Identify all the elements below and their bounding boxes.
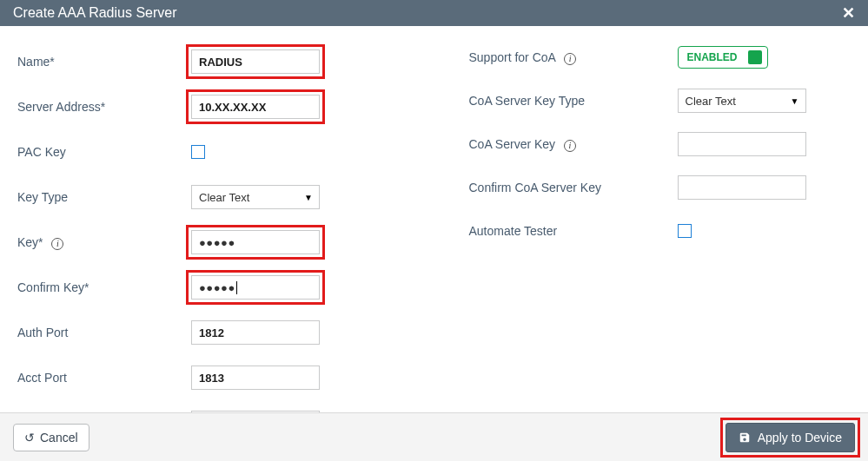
coa-key-input[interactable] <box>678 132 806 156</box>
highlight-name <box>191 49 320 74</box>
left-column: Name* Server Address* PAC Key Key Type C… <box>17 43 400 461</box>
label-pac-key: PAC Key <box>17 145 191 159</box>
highlight-apply: Apply to Device <box>726 423 855 452</box>
cancel-label: Cancel <box>40 431 78 445</box>
apply-button[interactable]: Apply to Device <box>726 423 855 452</box>
modal-footer: ↺ Cancel Apply to Device <box>0 412 868 461</box>
right-column: Support for CoA i ENABLED CoA Server Key… <box>469 43 851 461</box>
row-key-type: Key Type Clear Text ▼ <box>17 179 400 215</box>
label-support-coa-text: Support for CoA <box>469 50 556 64</box>
info-icon[interactable]: i <box>564 140 576 152</box>
row-support-coa: Support for CoA i ENABLED <box>469 43 851 71</box>
info-icon[interactable]: i <box>564 53 576 65</box>
label-auth-port: Auth Port <box>17 326 191 339</box>
automate-tester-checkbox[interactable] <box>678 224 692 238</box>
highlight-server-address <box>191 95 320 119</box>
coa-key-type-select[interactable]: Clear Text ▼ <box>678 89 806 113</box>
row-auth-port: Auth Port <box>17 314 400 351</box>
modal-title: Create AAA Radius Server <box>13 5 177 21</box>
highlight-key: ●●●●● <box>191 230 320 254</box>
form-body: Name* Server Address* PAC Key Key Type C… <box>0 26 868 461</box>
info-icon[interactable]: i <box>51 238 63 250</box>
close-icon[interactable]: ✕ <box>842 3 855 23</box>
label-confirm-coa-key: Confirm CoA Server Key <box>469 181 678 194</box>
row-server-address: Server Address* <box>17 89 400 125</box>
modal-header: Create AAA Radius Server ✕ <box>0 0 868 26</box>
label-key-type: Key Type <box>17 190 191 204</box>
row-coa-key: CoA Server Key i <box>469 130 851 158</box>
save-icon <box>739 431 751 444</box>
confirm-key-input[interactable]: ●●●●● <box>191 275 320 300</box>
cancel-button[interactable]: ↺ Cancel <box>13 424 89 451</box>
label-name: Name* <box>17 55 191 69</box>
pac-key-checkbox[interactable] <box>191 145 205 159</box>
toggle-state: ENABLED <box>687 51 738 63</box>
row-acct-port: Acct Port <box>17 359 400 396</box>
label-coa-key-text: CoA Server Key <box>469 137 556 151</box>
label-coa-key: CoA Server Key i <box>469 137 678 152</box>
label-acct-port: Acct Port <box>17 371 191 385</box>
key-masked: ●●●●● <box>199 236 235 249</box>
row-name: Name* <box>17 43 400 80</box>
toggle-knob <box>748 50 762 64</box>
label-key-text: Key* <box>17 235 43 249</box>
text-cursor <box>236 281 237 294</box>
apply-label: Apply to Device <box>758 431 842 445</box>
confirm-key-masked: ●●●●● <box>199 281 235 294</box>
label-support-coa: Support for CoA i <box>469 50 678 65</box>
confirm-coa-key-input[interactable] <box>678 175 806 200</box>
label-server-address: Server Address* <box>17 100 191 114</box>
name-input[interactable] <box>191 49 320 74</box>
row-confirm-coa-key: Confirm CoA Server Key <box>469 174 851 201</box>
coa-key-type-value: Clear Text <box>678 89 806 113</box>
label-confirm-key: Confirm Key* <box>17 280 191 294</box>
row-automate-tester: Automate Tester <box>469 217 851 245</box>
key-type-select[interactable]: Clear Text ▼ <box>191 185 320 209</box>
support-coa-toggle[interactable]: ENABLED <box>678 46 768 69</box>
key-type-value: Clear Text <box>191 185 320 209</box>
row-confirm-key: Confirm Key* ●●●●● <box>17 269 400 306</box>
label-automate-tester: Automate Tester <box>469 224 678 238</box>
highlight-confirm-key: ●●●●● <box>191 275 320 300</box>
row-coa-key-type: CoA Server Key Type Clear Text ▼ <box>469 87 851 115</box>
auth-port-input[interactable] <box>191 320 320 345</box>
acct-port-input[interactable] <box>191 366 320 390</box>
label-coa-key-type: CoA Server Key Type <box>469 94 678 108</box>
key-input[interactable]: ●●●●● <box>191 230 320 254</box>
row-pac-key: PAC Key <box>17 134 400 170</box>
row-key: Key* i ●●●●● <box>17 224 400 260</box>
undo-icon: ↺ <box>24 431 35 445</box>
label-key: Key* i <box>17 235 191 250</box>
server-address-input[interactable] <box>191 95 320 119</box>
